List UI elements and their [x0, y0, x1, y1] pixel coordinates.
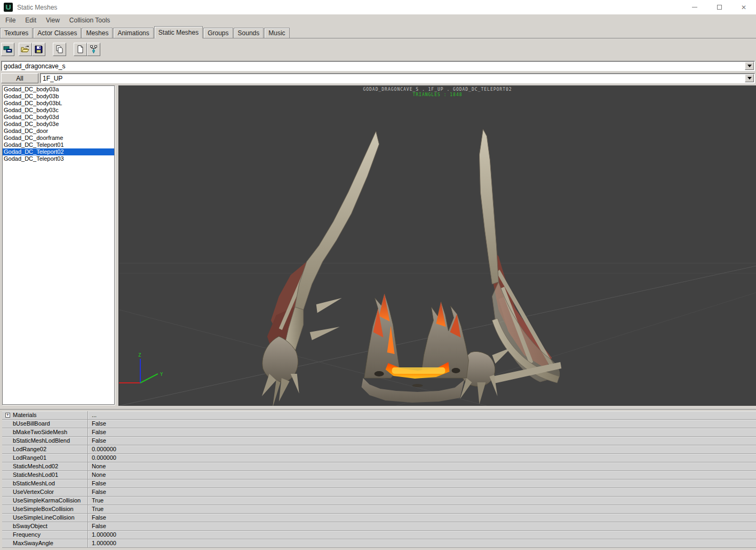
- mesh-viewport[interactable]: Z Y GODAD_DRAGONCAVE_S . 1F_UP . GODAD_D…: [118, 85, 756, 406]
- property-value[interactable]: False: [87, 488, 756, 496]
- collision-tool-button[interactable]: [87, 43, 100, 56]
- property-value[interactable]: False: [87, 428, 756, 436]
- property-label: UseVertexColor: [2, 488, 87, 496]
- property-value[interactable]: 1.000000: [87, 539, 756, 547]
- property-value[interactable]: 0.000000: [87, 445, 756, 453]
- property-value[interactable]: None: [87, 462, 756, 470]
- list-item[interactable]: Godad_DC_doorframe: [3, 135, 114, 142]
- viewport-mesh-path: GODAD_DRAGONCAVE_S . 1F_UP . GODAD_DC_TE…: [363, 87, 512, 92]
- property-row: bUseBillBoardFalse: [2, 420, 756, 428]
- tab-sounds[interactable]: Sounds: [234, 28, 264, 38]
- tab-actor-classes[interactable]: Actor Classes: [33, 28, 81, 38]
- property-row: bSwayObjectFalse: [2, 522, 756, 531]
- property-row: UseVertexColorFalse: [2, 488, 756, 497]
- property-label: StaticMeshLod01: [2, 471, 87, 479]
- viewport-canvas: Z Y: [119, 85, 756, 406]
- property-label: bSwayObject: [2, 522, 87, 530]
- chevron-down-icon: [747, 77, 752, 80]
- title-bar: Static Meshes ✕: [0, 0, 756, 14]
- close-button[interactable]: ✕: [731, 0, 756, 14]
- property-value[interactable]: False: [87, 522, 756, 530]
- property-value[interactable]: 1.000000: [87, 531, 756, 539]
- mesh-left-wing: [262, 131, 379, 406]
- property-row: bStaticMeshLodFalse: [2, 480, 756, 488]
- tab-animations[interactable]: Animations: [113, 28, 153, 38]
- property-label: LodRange01: [2, 454, 87, 462]
- list-item[interactable]: Godad_DC_body03e: [3, 121, 114, 128]
- property-value[interactable]: False: [87, 420, 756, 428]
- group-combobox[interactable]: 1F_UP: [40, 73, 755, 83]
- property-grid: +Materials...bUseBillBoardFalsebMakeTwoS…: [0, 409, 756, 550]
- property-value[interactable]: True: [87, 497, 756, 505]
- minimize-button[interactable]: [682, 0, 707, 14]
- property-value[interactable]: False: [87, 437, 756, 445]
- list-item[interactable]: Godad_DC_body03bL: [3, 100, 114, 107]
- list-item[interactable]: Godad_DC_Teleport01: [3, 142, 114, 148]
- axis-indicator: Z Y: [119, 352, 163, 383]
- copy-button[interactable]: [53, 43, 66, 56]
- property-row: Frequency1.000000: [2, 531, 756, 539]
- package-combobox-value: godad_dragoncave_s: [2, 62, 744, 70]
- save-package-button[interactable]: [32, 43, 45, 56]
- property-value[interactable]: False: [87, 514, 756, 522]
- copy-icon: [55, 45, 64, 54]
- all-button[interactable]: All: [1, 73, 38, 83]
- dock-toggle-icon: [3, 45, 12, 54]
- list-item[interactable]: Godad_DC_door: [3, 128, 114, 135]
- menu-item-file[interactable]: File: [1, 15, 20, 26]
- list-item[interactable]: Godad_DC_body03d: [3, 114, 114, 121]
- property-row: MaxSwayAngle1.000000: [2, 539, 756, 548]
- property-row: UseSimpleBoxCollisionTrue: [2, 505, 756, 514]
- property-label: UseSimpleKarmaCollision: [2, 497, 87, 505]
- mesh-lava-pit: [362, 294, 469, 403]
- browser-tabs: TexturesActor ClassesMeshesAnimationsSta…: [0, 26, 756, 38]
- list-item[interactable]: Godad_DC_body03b: [3, 93, 114, 100]
- property-label: bStaticMeshLodBlend: [2, 437, 87, 445]
- list-item[interactable]: Godad_DC_body03a: [3, 86, 114, 93]
- property-value[interactable]: 0.000000: [87, 454, 756, 462]
- tab-textures[interactable]: Textures: [0, 28, 33, 38]
- property-label: UseSimpleLineCollision: [2, 514, 87, 522]
- menu-item-collision-tools[interactable]: Collision Tools: [65, 15, 114, 26]
- property-value[interactable]: False: [87, 480, 756, 488]
- group-combobox-arrow-button[interactable]: [745, 74, 754, 82]
- dock-toggle-button[interactable]: [1, 43, 14, 56]
- menu-item-view[interactable]: View: [42, 15, 64, 26]
- menu-bar: FileEditViewCollision Tools: [0, 14, 756, 26]
- property-label: LodRange02: [2, 445, 87, 453]
- tab-music[interactable]: Music: [264, 28, 289, 38]
- window-title: Static Meshes: [17, 4, 57, 11]
- tab-static-meshes[interactable]: Static Meshes: [154, 26, 203, 38]
- tab-groups[interactable]: Groups: [203, 28, 233, 38]
- new-document-button[interactable]: [74, 43, 87, 56]
- package-combobox[interactable]: godad_dragoncave_s: [1, 61, 755, 71]
- maximize-icon: [717, 5, 722, 10]
- property-label: Frequency: [2, 531, 87, 539]
- tab-meshes[interactable]: Meshes: [82, 28, 113, 38]
- property-row: StaticMeshLod01None: [2, 471, 756, 480]
- property-label: bUseBillBoard: [2, 420, 87, 428]
- list-item[interactable]: Godad_DC_Teleport03: [3, 155, 114, 162]
- list-item[interactable]: Godad_DC_body03c: [3, 107, 114, 114]
- y-axis-label: Y: [160, 372, 163, 377]
- collision-tool-icon: [89, 45, 98, 54]
- viewport-triangle-count: TRIANGLES : 1848: [412, 92, 462, 97]
- property-row: bMakeTwoSideMeshFalse: [2, 428, 756, 437]
- maximize-button[interactable]: [707, 0, 731, 14]
- property-row: LodRange010.000000: [2, 454, 756, 462]
- list-item[interactable]: Godad_DC_Teleport02: [3, 148, 114, 155]
- property-value[interactable]: True: [87, 505, 756, 513]
- property-label: StaticMeshLod02: [2, 462, 87, 470]
- property-value[interactable]: ...: [87, 411, 756, 419]
- toolbar: [0, 38, 756, 60]
- property-row: UseSimpleLineCollisionFalse: [2, 514, 756, 522]
- property-value[interactable]: None: [87, 471, 756, 479]
- property-label: MaxSwayAngle: [2, 539, 87, 547]
- minimize-icon: [692, 7, 697, 7]
- package-combobox-arrow-button[interactable]: [745, 62, 754, 70]
- expand-box[interactable]: +: [5, 413, 10, 418]
- close-icon: ✕: [741, 4, 746, 11]
- menu-item-edit[interactable]: Edit: [21, 15, 41, 26]
- open-package-button[interactable]: [19, 43, 32, 56]
- property-row: UseSimpleKarmaCollisionTrue: [2, 497, 756, 505]
